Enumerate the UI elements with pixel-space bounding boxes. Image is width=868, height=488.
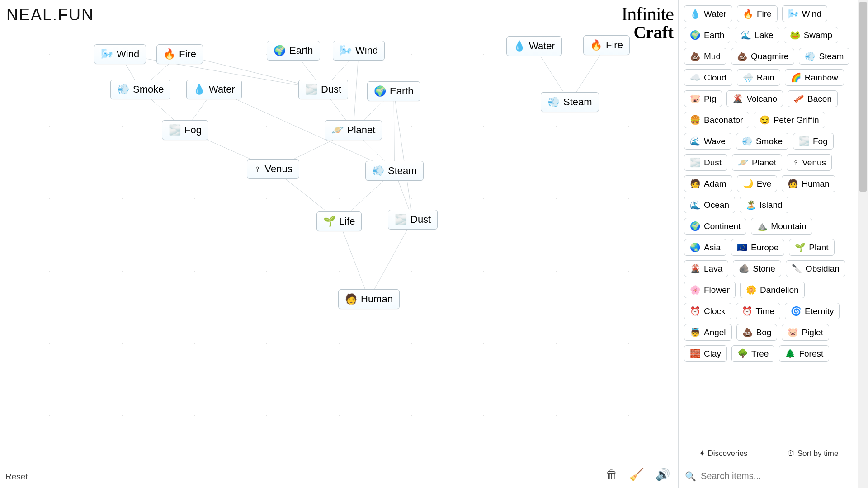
- sidebar-item-piglet[interactable]: 🐷Piglet: [782, 324, 829, 341]
- sidebar-item-time[interactable]: ⏰Time: [736, 303, 781, 319]
- reset-button[interactable]: Reset: [5, 472, 28, 482]
- trash-icon[interactable]: 🗑: [606, 468, 618, 482]
- rainbow-icon: 🌈: [791, 72, 802, 83]
- canvas-node-venus[interactable]: ♀Venus: [247, 159, 299, 179]
- canvas-node-smoke[interactable]: 💨Smoke: [110, 80, 170, 99]
- search-input[interactable]: [701, 471, 851, 481]
- sidebar-item-continent[interactable]: 🌍Continent: [684, 218, 746, 235]
- sidebar-item-clay[interactable]: 🧱Clay: [684, 345, 727, 362]
- node-label: Earth: [390, 85, 414, 97]
- sidebar-item-mud[interactable]: 💩Mud: [684, 48, 726, 65]
- canvas-node-wind[interactable]: 🌬️Wind: [333, 41, 385, 61]
- sidebar-item-planet[interactable]: 🪐Planet: [732, 154, 782, 171]
- sidebar-item-water[interactable]: 💧Water: [684, 5, 732, 22]
- canvas-node-life[interactable]: 🌱Life: [316, 211, 362, 231]
- canvas-node-water[interactable]: 💧Water: [186, 80, 242, 99]
- item-list[interactable]: 💧Water🔥Fire🌬️Wind🌍Earth🌊Lake🐸Swamp💩Mud💩Q…: [679, 0, 857, 443]
- canvas-node-fog[interactable]: 🌫️Fog: [162, 120, 208, 140]
- sidebar-item-pig[interactable]: 🐷Pig: [684, 90, 722, 107]
- background-dots: [0, 0, 678, 488]
- item-label: Mountain: [771, 221, 806, 231]
- sidebar-item-island[interactable]: 🏝️Island: [740, 197, 788, 213]
- broom-icon[interactable]: 🧹: [629, 468, 644, 482]
- sidebar-item-volcano[interactable]: 🌋Volcano: [726, 90, 783, 107]
- item-label: Bacon: [807, 94, 832, 104]
- canvas-node-dust[interactable]: 🌫️Dust: [298, 80, 348, 99]
- volcano-icon: 🌋: [732, 94, 743, 104]
- sidebar-item-lava[interactable]: 🌋Lava: [684, 260, 728, 277]
- sidebar-item-quagmire[interactable]: 💩Quagmire: [731, 48, 794, 65]
- sidebar-item-wind[interactable]: 🌬️Wind: [782, 5, 827, 22]
- sidebar-item-tree[interactable]: 🌳Tree: [731, 345, 774, 362]
- sidebar-item-obsidian[interactable]: 🔪Obsidian: [786, 260, 845, 277]
- sidebar-item-lake[interactable]: 🌊Lake: [735, 27, 779, 43]
- sidebar-item-rain[interactable]: 🌧️Rain: [737, 69, 780, 86]
- site-logo[interactable]: NEAL.FUN: [6, 5, 94, 24]
- sidebar-item-peter-griffin[interactable]: 😏Peter Griffin: [754, 112, 825, 128]
- sidebar-item-cloud[interactable]: ☁️Cloud: [684, 69, 732, 86]
- canvas-node-steam[interactable]: 💨Steam: [541, 92, 599, 112]
- sidebar-item-forest[interactable]: 🌲Forest: [779, 345, 829, 362]
- sidebar-item-dandelion[interactable]: 🌼Dandelion: [740, 282, 805, 298]
- item-label: Clock: [704, 306, 726, 316]
- sidebar-item-ocean[interactable]: 🌊Ocean: [684, 197, 735, 213]
- sidebar-item-asia[interactable]: 🌏Asia: [684, 239, 726, 256]
- sidebar-item-bacon[interactable]: 🥓Bacon: [788, 90, 838, 107]
- sidebar-item-mountain[interactable]: ⛰️Mountain: [751, 218, 812, 235]
- item-label: Angel: [704, 328, 726, 338]
- canvas-node-dust[interactable]: 🌫️Dust: [388, 210, 438, 230]
- sidebar-item-venus[interactable]: ♀Venus: [787, 154, 832, 171]
- sparkle-icon: ✦: [699, 449, 705, 458]
- sidebar-item-eternity[interactable]: 🌀Eternity: [785, 303, 840, 319]
- sidebar-item-clock[interactable]: ⏰Clock: [684, 303, 731, 319]
- sidebar-item-wave[interactable]: 🌊Wave: [684, 133, 731, 150]
- sidebar-item-adam[interactable]: 🧑Adam: [684, 175, 732, 192]
- discoveries-button[interactable]: ✦ Discoveries: [679, 443, 768, 464]
- scrollbar-thumb[interactable]: [859, 2, 867, 192]
- canvas-node-fire[interactable]: 🔥Fire: [156, 44, 203, 64]
- sidebar-item-fog[interactable]: 🌫️Fog: [793, 133, 834, 150]
- sidebar-item-fire[interactable]: 🔥Fire: [737, 5, 778, 22]
- sidebar-item-swamp[interactable]: 🐸Swamp: [784, 27, 838, 43]
- crafting-canvas[interactable]: NEAL.FUN Infinite Craft 🌬️Wind🔥Fire💨Smok…: [0, 0, 678, 488]
- smoke-icon: 💨: [117, 84, 129, 95]
- sidebar-item-bog[interactable]: 💩Bog: [736, 324, 778, 341]
- obsidian-icon: 🔪: [792, 263, 802, 274]
- canvas-node-planet[interactable]: 🪐Planet: [325, 120, 382, 140]
- venus-icon: ♀: [793, 158, 799, 168]
- sidebar-item-flower[interactable]: 🌸Flower: [684, 282, 736, 298]
- sidebar-item-stone[interactable]: 🪨Stone: [733, 260, 781, 277]
- venus-icon: ♀: [254, 163, 261, 175]
- canvas-node-earth[interactable]: 🌍Earth: [267, 41, 320, 61]
- sidebar-item-eve[interactable]: 🌙Eve: [737, 175, 778, 192]
- eve-icon: 🌙: [743, 178, 754, 189]
- page-scrollbar[interactable]: [858, 0, 868, 488]
- item-label: Europe: [751, 243, 778, 253]
- item-label: Island: [760, 200, 783, 210]
- sidebar-item-rainbow[interactable]: 🌈Rainbow: [785, 69, 844, 86]
- sidebar-item-baconator[interactable]: 🍔Baconator: [684, 112, 749, 128]
- sidebar-item-angel[interactable]: 👼Angel: [684, 324, 732, 341]
- canvas-node-wind[interactable]: 🌬️Wind: [94, 44, 146, 64]
- sort-button[interactable]: ⏱ Sort by time: [768, 443, 857, 464]
- sidebar-item-plant[interactable]: 🌱Plant: [789, 239, 834, 256]
- europe-icon: 🇪🇺: [737, 242, 748, 253]
- lava-icon: 🌋: [690, 263, 701, 274]
- sidebar-item-steam[interactable]: 💨Steam: [799, 48, 849, 65]
- dandelion-icon: 🌼: [746, 285, 757, 295]
- fog-icon: 🌫️: [169, 124, 181, 136]
- canvas-node-earth[interactable]: 🌍Earth: [367, 81, 420, 101]
- item-label: Asia: [704, 243, 721, 253]
- item-label: Dust: [704, 158, 722, 168]
- canvas-node-fire[interactable]: 🔥Fire: [583, 35, 630, 55]
- canvas-node-steam[interactable]: 💨Steam: [365, 161, 424, 181]
- canvas-node-water[interactable]: 💧Water: [506, 36, 562, 56]
- sidebar-item-human[interactable]: 🧑Human: [782, 175, 835, 192]
- sidebar-item-earth[interactable]: 🌍Earth: [684, 27, 730, 43]
- canvas-node-human[interactable]: 🧑Human: [338, 289, 400, 309]
- sidebar-item-smoke[interactable]: 💨Smoke: [736, 133, 788, 150]
- sound-icon[interactable]: 🔊: [656, 468, 670, 482]
- item-sidebar: 💧Water🔥Fire🌬️Wind🌍Earth🌊Lake🐸Swamp💩Mud💩Q…: [678, 0, 857, 488]
- sidebar-item-europe[interactable]: 🇪🇺Europe: [731, 239, 784, 256]
- sidebar-item-dust[interactable]: 🌫️Dust: [684, 154, 727, 171]
